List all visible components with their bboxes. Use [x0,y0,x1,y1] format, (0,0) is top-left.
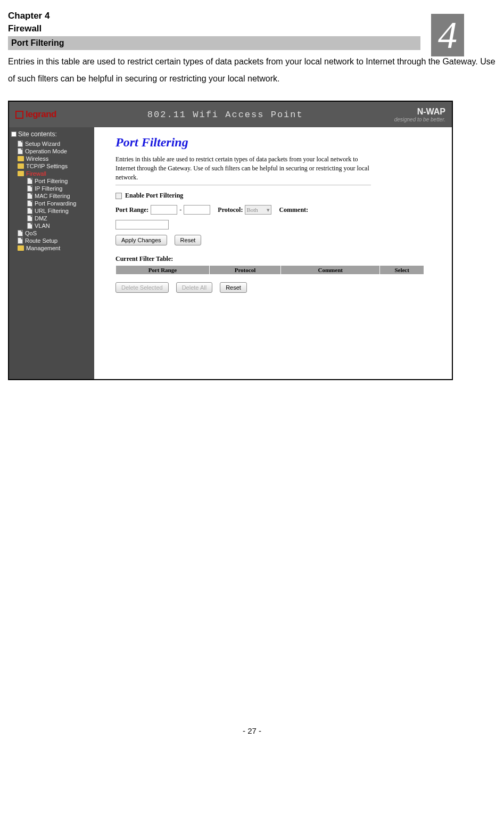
chapter-title: Firewall [8,23,496,34]
protocol-label: Protocol: [218,206,243,214]
sidebar-item-mac-filtering[interactable]: MAC Filtering [11,192,92,200]
document-header: Chapter 4 Firewall Port Filtering 4 [8,11,496,50]
enable-row: Enable Port Filtering [115,192,431,200]
sidebar-item-url-filtering[interactable]: URL Filtering [11,207,92,215]
folder-icon [18,245,24,251]
page-title: Port Filtering [115,135,431,150]
enable-label: Enable Port Filtering [125,192,183,200]
doc-icon [27,193,32,199]
form-row: Port Range: - Protocol: Both▾ Comment: [115,205,431,215]
delete-all-button[interactable]: Delete All [176,282,212,293]
section-heading: Port Filtering [8,36,420,50]
section-description: Entries in this table are used to restri… [8,53,496,87]
sidebar-item-firewall[interactable]: Firewall [11,170,92,177]
divider [115,185,371,185]
folder-icon [18,156,24,161]
logo-icon [15,111,23,119]
sidebar-item-setup-wizard[interactable]: Setup Wizard [11,140,92,147]
nav-tree: Setup Wizard Operation Mode Wireless TCP… [11,140,92,252]
logo: legrand [15,109,56,120]
col-protocol: Protocol [209,266,280,275]
doc-icon [27,208,32,214]
doc-icon [18,237,23,244]
brand-area: N-WAP designed to be better. [394,107,445,122]
page-number: - 27 - [8,726,496,735]
sidebar-item-operation-mode[interactable]: Operation Mode [11,147,92,155]
port-range-label: Port Range: [115,206,148,214]
delete-selected-button[interactable]: Delete Selected [115,282,169,293]
sidebar-item-tcpip[interactable]: TCP/IP Settings [11,162,92,170]
doc-icon [18,230,23,236]
sidebar-item-route-setup[interactable]: Route Setup [11,237,92,244]
sidebar-item-qos[interactable]: QoS [11,229,92,237]
enable-checkbox[interactable] [115,193,122,199]
brand-tagline: designed to be better. [394,117,445,122]
sidebar-item-management[interactable]: Management [11,244,92,252]
protocol-select[interactable]: Both▾ [245,205,271,215]
col-select: Select [380,266,424,275]
sidebar-item-wireless[interactable]: Wireless [11,155,92,162]
main-panel: Port Filtering Entries in this table are… [94,127,452,379]
sidebar: - Site contents: Setup Wizard Operation … [9,127,94,379]
brand-name: N-WAP [394,107,445,117]
chevron-down-icon: ▾ [267,207,270,213]
chapter-number-badge: 4 [431,14,464,56]
doc-icon [27,223,32,229]
doc-icon [18,141,23,147]
sidebar-heading: - Site contents: [11,130,92,138]
sidebar-item-port-forwarding[interactable]: Port Forwarding [11,200,92,207]
doc-icon [27,185,32,192]
doc-icon [27,200,32,207]
page-description: Entries in this table are used to restri… [115,155,371,182]
port-range-start-input[interactable] [151,205,177,215]
apply-changes-button[interactable]: Apply Changes [115,235,167,245]
sidebar-item-port-filtering[interactable]: Port Filtering [11,177,92,185]
col-port-range: Port Range [116,266,210,275]
chapter-label: Chapter 4 [8,11,496,21]
reset-table-button[interactable]: Reset [220,282,247,293]
top-bar: legrand 802.11 Wifi Access Point N-WAP d… [9,102,452,127]
filter-table: Port Range Protocol Comment Select [115,265,424,275]
doc-icon [27,178,32,184]
filter-table-title: Current Filter Table: [115,255,431,263]
logo-text: legrand [26,109,56,120]
comment-label: Comment: [279,206,308,214]
sidebar-item-ip-filtering[interactable]: IP Filtering [11,185,92,192]
collapse-icon[interactable]: - [11,132,16,137]
folder-icon [18,171,24,176]
sidebar-item-dmz[interactable]: DMZ [11,215,92,222]
col-comment: Comment [281,266,380,275]
router-ui-screenshot: legrand 802.11 Wifi Access Point N-WAP d… [8,101,453,380]
port-range-end-input[interactable] [184,205,210,215]
header-title: 802.11 Wifi Access Point [147,110,303,120]
folder-icon [18,163,24,169]
sidebar-item-vlan[interactable]: VLAN [11,222,92,229]
doc-icon [18,148,23,154]
doc-icon [27,215,32,221]
reset-button[interactable]: Reset [175,235,202,245]
comment-input[interactable] [115,220,169,229]
